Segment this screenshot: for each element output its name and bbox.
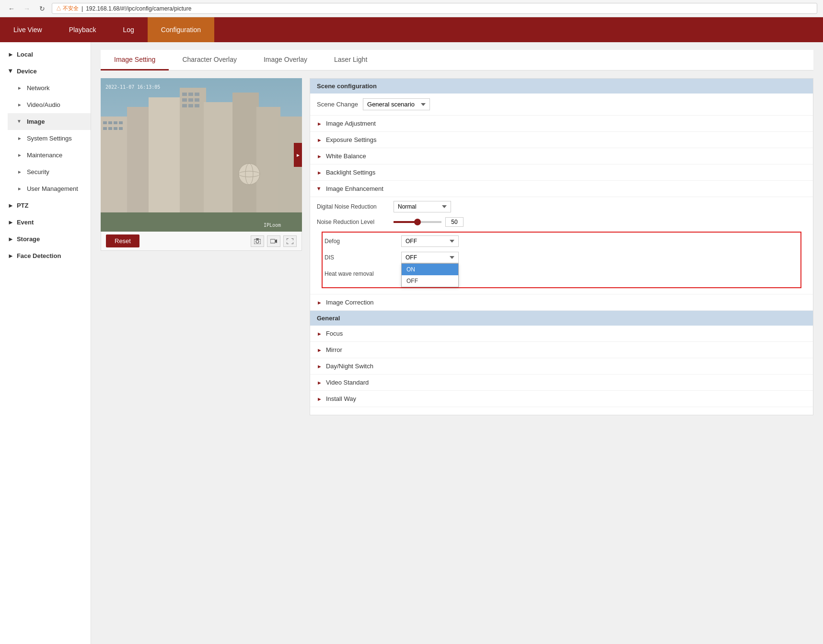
refresh-button[interactable]: ↻ <box>36 3 48 14</box>
focus-row[interactable]: ► Focus <box>310 326 813 342</box>
camera-preview-container: 2022-11-07 16:13:05 IPLoom ► Reset <box>101 78 302 251</box>
svg-rect-13 <box>119 121 123 124</box>
tab-laser-light[interactable]: Laser Light <box>321 50 381 70</box>
tabs-bar: Image Setting Character Overlay Image Ov… <box>101 50 813 70</box>
chevron-down-icon: ► <box>316 186 322 191</box>
digital-noise-reduction-row: Digital Noise Reduction Normal Expert OF… <box>317 201 806 212</box>
scene-config-header: Scene configuration <box>310 79 813 94</box>
dis-option-on[interactable]: ON <box>402 264 458 275</box>
chevron-right-icon: ► <box>317 121 322 127</box>
side-collapse-tab[interactable]: ► <box>294 143 302 167</box>
chevron-right-icon: ► <box>317 396 322 402</box>
record-icon <box>270 238 277 244</box>
enhancement-fields: Digital Noise Reduction Normal Expert OF… <box>310 197 813 294</box>
white-balance-row[interactable]: ► White Balance <box>310 148 813 164</box>
dis-dropdown-container: OFF ON ON OFF <box>401 252 459 263</box>
sidebar-item-video-audio[interactable]: ► Video/Audio <box>8 96 91 113</box>
nav-configuration[interactable]: Configuration <box>148 17 214 42</box>
svg-rect-19 <box>188 93 193 96</box>
url-text: 192.168.1.68/#!/ipc/config/camera/pictur… <box>86 5 191 12</box>
heat-wave-row: Heat wave removal OFF ON <box>325 268 799 280</box>
camera-image: 2022-11-07 16:13:05 IPLoom ► <box>101 78 302 232</box>
tab-image-overlay[interactable]: Image Overlay <box>250 50 321 70</box>
sidebar-item-local[interactable]: ► Local <box>0 46 91 63</box>
dis-dropdown-open: ON OFF <box>401 263 459 287</box>
sidebar: ► Local ► Device ► Network ► Video/Audio… <box>0 42 91 644</box>
sidebar-item-device[interactable]: ► Device <box>0 63 91 80</box>
sidebar-item-image[interactable]: ► Image <box>8 113 91 130</box>
svg-rect-3 <box>127 107 151 212</box>
sidebar-item-face-detection[interactable]: ► Face Detection <box>0 247 91 264</box>
top-nav: Live View Playback Log Configuration <box>0 17 823 42</box>
fullscreen-icon <box>287 238 293 244</box>
sidebar-item-maintenance[interactable]: ► Maintenance <box>8 147 91 164</box>
camera-scene-svg: 2022-11-07 16:13:05 IPLoom <box>101 78 302 232</box>
chevron-right-icon: ► <box>17 136 22 141</box>
reset-button[interactable]: Reset <box>106 234 139 247</box>
svg-rect-25 <box>188 104 193 107</box>
sidebar-item-user-management[interactable]: ► User Management <box>8 180 91 197</box>
slider-container <box>394 217 464 227</box>
svg-text:2022-11-07 16:13:05: 2022-11-07 16:13:05 <box>105 84 160 90</box>
address-bar[interactable]: △ 不安全 | 192.168.1.68/#!/ipc/config/camer… <box>52 3 817 14</box>
tab-character-overlay[interactable]: Character Overlay <box>169 50 250 70</box>
exposure-settings-row[interactable]: ► Exposure Settings <box>310 132 813 148</box>
noise-reduction-value[interactable] <box>445 217 464 227</box>
nav-playback[interactable]: Playback <box>56 17 110 42</box>
svg-rect-20 <box>195 93 199 96</box>
svg-rect-15 <box>108 127 112 130</box>
sidebar-item-network[interactable]: ► Network <box>8 80 91 96</box>
sidebar-item-ptz[interactable]: ► PTZ <box>0 197 91 214</box>
nav-live-view[interactable]: Live View <box>0 17 56 42</box>
dis-select[interactable]: OFF ON <box>401 252 459 263</box>
sidebar-item-security[interactable]: ► Security <box>8 164 91 180</box>
install-way-row[interactable]: ► Install Way <box>310 391 813 407</box>
chevron-right-icon: ► <box>317 170 322 176</box>
svg-rect-21 <box>182 98 187 102</box>
red-border-section: Defog OFF ON DIS <box>322 232 801 288</box>
chevron-right-icon: ► <box>8 202 14 209</box>
video-standard-row[interactable]: ► Video Standard <box>310 375 813 391</box>
defog-row: Defog OFF ON <box>325 235 799 247</box>
chevron-right-icon: ► <box>317 153 322 159</box>
svg-rect-7 <box>232 93 259 212</box>
chevron-right-icon: ► <box>317 331 322 337</box>
chevron-right-icon: ► <box>17 152 22 158</box>
sidebar-item-system-settings[interactable]: ► System Settings <box>8 130 91 147</box>
digital-noise-reduction-select[interactable]: Normal Expert OFF <box>394 201 451 212</box>
scene-config-row: Scene Change General scenario Indoor Out… <box>310 94 813 116</box>
svg-rect-24 <box>182 104 187 107</box>
chevron-right-icon: ► <box>317 380 322 386</box>
dis-label: DIS <box>325 254 396 261</box>
forward-button[interactable]: → <box>21 3 33 14</box>
snapshot-button[interactable] <box>251 235 264 247</box>
digital-noise-reduction-label: Digital Noise Reduction <box>317 203 389 210</box>
svg-rect-10 <box>103 121 107 124</box>
image-adjustment-row[interactable]: ► Image Adjustment <box>310 116 813 132</box>
record-button[interactable] <box>267 235 280 247</box>
nav-log[interactable]: Log <box>109 17 147 42</box>
dis-option-off[interactable]: OFF <box>402 275 458 287</box>
day-night-switch-row[interactable]: ► Day/Night Switch <box>310 358 813 375</box>
mirror-row[interactable]: ► Mirror <box>310 342 813 358</box>
main-layout: ► Local ► Device ► Network ► Video/Audio… <box>0 42 823 644</box>
svg-point-27 <box>239 164 260 185</box>
sidebar-item-event[interactable]: ► Event <box>0 214 91 231</box>
scene-change-select[interactable]: General scenario Indoor Outdoor Night <box>363 98 430 110</box>
tab-image-setting[interactable]: Image Setting <box>101 50 169 70</box>
defog-select[interactable]: OFF ON <box>401 235 459 247</box>
scene-change-label: Scene Change <box>317 101 358 108</box>
back-button[interactable]: ← <box>6 3 17 14</box>
fullscreen-button[interactable] <box>283 235 297 247</box>
chevron-right-icon: ► <box>17 102 22 107</box>
image-correction-row[interactable]: ► Image Correction <box>310 294 813 311</box>
chevron-right-icon: ► <box>317 347 322 353</box>
svg-text:IPLoom: IPLoom <box>264 222 281 228</box>
security-warning: △ 不安全 <box>56 5 79 12</box>
backlight-settings-row[interactable]: ► Backlight Settings <box>310 164 813 181</box>
settings-panel: Scene configuration Scene Change General… <box>310 78 813 415</box>
svg-rect-34 <box>256 238 259 240</box>
noise-reduction-slider[interactable] <box>394 221 441 223</box>
image-enhancement-header[interactable]: ► Image Enhancement <box>310 181 813 197</box>
sidebar-item-storage[interactable]: ► Storage <box>0 231 91 247</box>
